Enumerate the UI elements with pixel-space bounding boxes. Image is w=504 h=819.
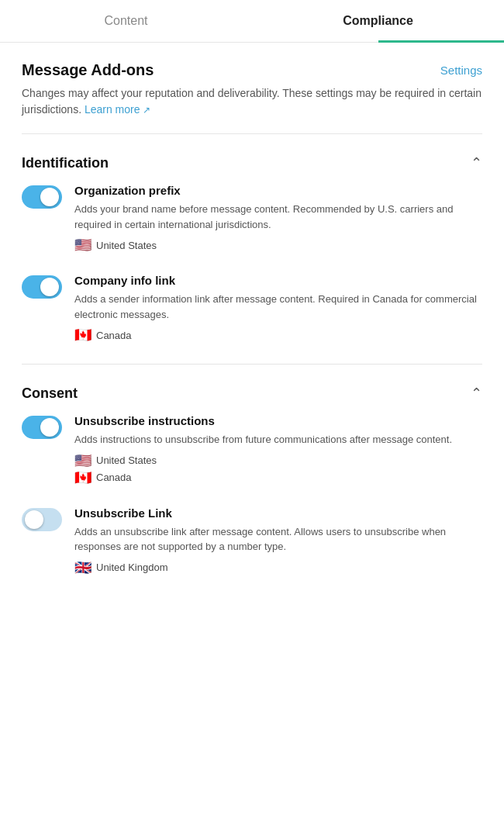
toggle-row-unsubscribe-link: Unsubscribe LinkAdds an unsubscribe link… [22, 506, 482, 575]
toggle-company-info[interactable] [22, 275, 62, 299]
group-header-identification[interactable]: Identification ⌃ [22, 147, 482, 184]
toggle-unsubscribe-instructions[interactable] [22, 416, 62, 439]
toggle-desc-org-prefix: Adds your brand name before message cont… [74, 202, 482, 232]
active-tab-indicator [378, 40, 505, 43]
country-badges-unsubscribe-instructions: 🇺🇸 United States 🇨🇦 Canada [74, 454, 482, 485]
toggle-desc-unsubscribe-link: Adds an unsubscribe link after message c… [74, 524, 482, 555]
flag-icon: 🇬🇧 [74, 561, 91, 575]
toggle-content-unsubscribe-link: Unsubscribe LinkAdds an unsubscribe link… [74, 506, 482, 575]
flag-icon: 🇨🇦 [74, 471, 91, 485]
toggle-content-company-info: Company info linkAdds a sender informati… [74, 274, 482, 342]
country-badges-org-prefix: 🇺🇸 United States [74, 238, 482, 252]
country-badges-unsubscribe-link: 🇬🇧 United Kingdom [74, 561, 482, 575]
toggle-content-unsubscribe-instructions: Unsubscribe instructionsAdds instruction… [74, 414, 482, 485]
toggle-desc-unsubscribe-instructions: Adds instructions to unsubscribe from fu… [74, 432, 482, 448]
groups-container: Identification ⌃ Organization prefixAdds… [22, 147, 482, 575]
group-divider [22, 364, 482, 365]
toggle-desc-company-info: Adds a sender information link after mes… [74, 292, 482, 322]
toggle-row-unsubscribe-instructions: Unsubscribe instructionsAdds instruction… [22, 414, 482, 485]
settings-link[interactable]: Settings [440, 64, 482, 77]
toggle-title-unsubscribe-link: Unsubscribe Link [74, 506, 482, 520]
toggle-title-unsubscribe-instructions: Unsubscribe instructions [74, 414, 482, 427]
country-badge: 🇨🇦 Canada [74, 328, 482, 342]
section-header: Message Add-ons Settings [22, 61, 482, 79]
toggle-row-company-info: Company info linkAdds a sender informati… [22, 274, 482, 342]
country-name: Canada [96, 472, 132, 483]
country-badge: 🇨🇦 Canada [74, 471, 482, 485]
flag-icon: 🇺🇸 [74, 238, 91, 252]
external-link-icon: ↗︎ [143, 103, 150, 117]
section-divider [22, 133, 482, 134]
group-identification: Identification ⌃ Organization prefixAdds… [22, 147, 482, 342]
chevron-up-icon[interactable]: ⌃ [471, 385, 482, 402]
toggle-org-prefix[interactable] [22, 185, 62, 209]
flag-icon: 🇺🇸 [74, 454, 91, 468]
group-label-consent: Consent [22, 385, 78, 402]
tab-compliance-label: Compliance [343, 14, 413, 27]
learn-more-link[interactable]: Learn more ↗︎ [85, 103, 150, 116]
tab-content[interactable]: Content [0, 0, 252, 42]
toggle-title-company-info: Company info link [74, 274, 482, 287]
flag-icon: 🇨🇦 [74, 328, 91, 342]
group-header-consent[interactable]: Consent ⌃ [22, 377, 482, 414]
toggle-unsubscribe-link[interactable] [22, 508, 62, 531]
country-badges-company-info: 🇨🇦 Canada [74, 328, 482, 342]
chevron-up-icon[interactable]: ⌃ [471, 154, 482, 171]
tabs-container: Content Compliance [0, 0, 504, 43]
toggle-row-org-prefix: Organization prefixAdds your brand name … [22, 184, 482, 252]
toggle-content-org-prefix: Organization prefixAdds your brand name … [74, 184, 482, 252]
country-badge: 🇺🇸 United States [74, 238, 482, 252]
section-title: Message Add-ons [22, 61, 154, 79]
country-name: United Kingdom [96, 562, 168, 573]
tab-content-label: Content [104, 14, 147, 27]
group-consent: Consent ⌃ Unsubscribe instructionsAdds i… [22, 377, 482, 575]
section-description: Changes may affect your reputation and d… [22, 85, 482, 118]
tab-compliance[interactable]: Compliance [252, 0, 504, 42]
country-badge: 🇺🇸 United States [74, 454, 482, 468]
country-badge: 🇬🇧 United Kingdom [74, 561, 482, 575]
group-label-identification: Identification [22, 155, 109, 171]
country-name: United States [96, 240, 157, 251]
page-content: Message Add-ons Settings Changes may aff… [0, 43, 504, 615]
country-name: Canada [96, 330, 132, 341]
toggle-title-org-prefix: Organization prefix [74, 184, 482, 197]
country-name: United States [96, 454, 157, 466]
